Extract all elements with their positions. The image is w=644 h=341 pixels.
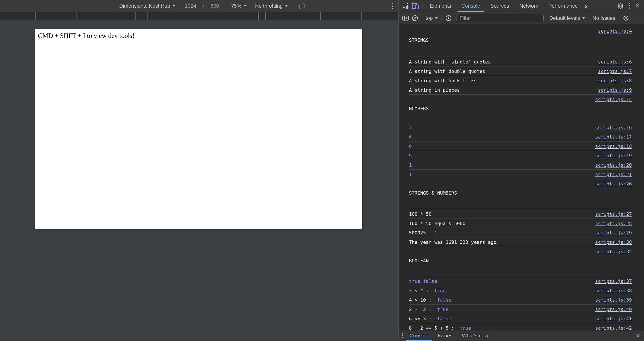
device-dimensions-label: Dimensions: Nest Hub: [119, 3, 170, 9]
live-expression-eye-icon[interactable]: [444, 14, 453, 23]
source-link[interactable]: scripts.js:6: [598, 59, 632, 64]
console-message-text: A string in pieces: [409, 88, 460, 93]
source-link[interactable]: scripts.js:38: [595, 288, 632, 293]
tab-elements[interactable]: Elements: [425, 0, 456, 12]
device-toolbar-menu-button[interactable]: [390, 2, 395, 10]
source-link[interactable]: scripts.js:26: [595, 181, 632, 186]
active-drawer-tab-underline: [406, 340, 432, 341]
console-settings-gear-icon[interactable]: [621, 14, 630, 23]
source-link[interactable]: scripts.js:28: [595, 221, 632, 226]
ruler-tick: [258, 12, 259, 20]
screenshot-root: Dimensions: Nest Hub 1024 × 600 75% No t…: [0, 0, 644, 341]
console-toolbar: top Default levels No Issues: [399, 12, 644, 24]
console-message-text: A string with back ticks: [409, 78, 477, 83]
source-link[interactable]: scripts.js:40: [595, 307, 632, 312]
log-levels-select[interactable]: Default levels: [548, 15, 586, 21]
source-link[interactable]: scripts.js:9: [598, 88, 632, 93]
close-drawer-button[interactable]: ×: [634, 332, 642, 340]
console-string: 2 >= 2 :: [409, 307, 434, 312]
console-message: 1scripts.js:21: [399, 170, 644, 179]
source-link[interactable]: scripts.js:39: [595, 297, 632, 303]
device-throttling-select[interactable]: No throttling: [255, 3, 288, 9]
console-message: 100 * 50 equals 5000scripts.js:28: [399, 219, 644, 228]
console-message-text: 8 + 2 == 5 + 5 : true: [409, 326, 471, 330]
console-message-text: 1: [409, 172, 412, 177]
console-message-header: scripts.js:35BOOLEAN: [399, 247, 644, 276]
close-devtools-button[interactable]: ×: [634, 2, 641, 10]
more-tabs-button[interactable]: »: [583, 2, 591, 10]
console-value: true: [434, 307, 448, 312]
device-toolbar: Dimensions: Nest Hub 1024 × 600 75% No t…: [0, 0, 398, 12]
device-toolbar-right: [390, 0, 395, 12]
device-toolbar-toggle-icon[interactable]: [411, 1, 420, 11]
console-section-title: NUMBERS: [399, 104, 644, 114]
devtools-panel: ElementsConsoleSourcesNetworkPerformance…: [398, 0, 644, 341]
source-link[interactable]: scripts.js:35: [595, 249, 632, 254]
source-link[interactable]: scripts.js:21: [595, 172, 632, 177]
console-message-text: 2 >= 2 : true: [409, 307, 448, 312]
console-value: 1: [409, 162, 412, 168]
drawer-tab-console[interactable]: Console: [405, 330, 433, 341]
source-link[interactable]: scripts.js:4: [598, 28, 632, 34]
clear-console-icon[interactable]: [410, 14, 420, 23]
context-selector[interactable]: top: [424, 15, 439, 21]
tab-network[interactable]: Network: [514, 0, 543, 12]
drawer-tab-issues[interactable]: Issues: [433, 330, 457, 341]
tab-performance[interactable]: Performance: [543, 0, 583, 12]
console-message-text: 3 < 4 : true: [409, 288, 446, 293]
source-link[interactable]: scripts.js:19: [595, 153, 632, 158]
console-message-header-line: scripts.js:14: [399, 95, 644, 104]
source-link[interactable]: scripts.js:27: [595, 212, 632, 217]
device-dimensions-select[interactable]: Dimensions: Nest Hub: [119, 3, 176, 9]
console-message: 100 * 50scripts.js:27: [399, 209, 644, 219]
console-message-header-line: scripts.js:35: [399, 247, 644, 256]
tab-sources[interactable]: Sources: [485, 0, 514, 12]
console-sidebar-toggle-icon[interactable]: [401, 14, 410, 23]
console-section-title: STRINGS: [399, 36, 644, 45]
device-width-field[interactable]: 1024: [185, 3, 196, 9]
source-link[interactable]: scripts.js:8: [598, 78, 632, 83]
source-link[interactable]: scripts.js:17: [595, 134, 632, 140]
source-link[interactable]: scripts.js:14: [595, 97, 632, 102]
console-filter-input[interactable]: [456, 14, 544, 22]
ruler-tick: [35, 12, 36, 20]
source-link[interactable]: scripts.js:29: [595, 230, 632, 236]
console-message-text: The year was 1691 333 years ago.: [409, 240, 499, 245]
source-link[interactable]: scripts.js:20: [595, 162, 632, 168]
tab-label: Sources: [490, 3, 509, 9]
console-message: 0scripts.js:18: [399, 142, 644, 151]
source-link[interactable]: scripts.js:18: [595, 144, 632, 149]
console-message-text: 100 * 50 equals 5000: [409, 221, 466, 226]
console-value: true: [457, 326, 471, 330]
source-link[interactable]: scripts.js:16: [595, 125, 632, 130]
device-zoom-select[interactable]: 75%: [231, 3, 246, 9]
source-link[interactable]: scripts.js:37: [595, 278, 632, 284]
drawer-menu-button[interactable]: [400, 332, 405, 340]
source-link[interactable]: scripts.js:41: [595, 316, 632, 322]
console-string: 8 + 2 == 5 + 5 :: [409, 326, 457, 330]
ruler-tick: [320, 12, 321, 20]
tab-console[interactable]: Console: [456, 0, 485, 12]
context-selector-value: top: [426, 15, 432, 21]
devtools-menu-button[interactable]: [628, 2, 632, 10]
ruler-tick: [135, 12, 136, 20]
settings-gear-icon[interactable]: [616, 1, 625, 11]
source-link[interactable]: scripts.js:7: [598, 69, 632, 74]
console-section-title: STRINGS & NUMBERS: [399, 188, 644, 198]
console-value: 0: [409, 144, 412, 149]
console-section-title: BOOLEAN: [399, 256, 644, 266]
drawer-tabbar: ConsoleIssuesWhat's new ×: [399, 330, 644, 341]
console-message-header-line: scripts.js:26: [399, 179, 644, 188]
console-message-text: A string with double quotes: [409, 69, 485, 74]
source-link[interactable]: scripts.js:30: [595, 240, 632, 245]
inspect-element-icon[interactable]: [401, 1, 411, 11]
chevron-down-icon: [582, 17, 585, 19]
issues-counter[interactable]: No Issues: [591, 15, 616, 21]
console-message: The year was 1691 333 years ago.scripts.…: [399, 238, 644, 247]
source-link[interactable]: scripts.js:42: [595, 326, 632, 330]
device-height-field[interactable]: 600: [210, 3, 219, 9]
emulated-page[interactable]: CMD + SHFT + I to view dev tools!: [35, 29, 362, 229]
console-message-text: true false: [409, 278, 437, 284]
drawer-tab-what-s-new[interactable]: What's new: [457, 330, 493, 341]
rotate-device-icon[interactable]: [297, 1, 307, 11]
